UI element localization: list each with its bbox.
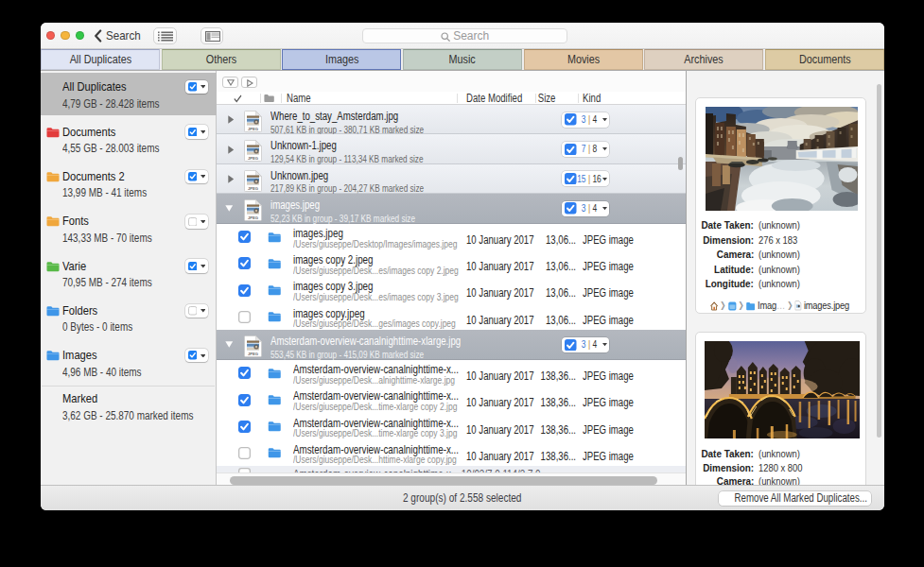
- svg-text:JPEG: JPEG: [248, 156, 258, 161]
- svg-text:JPEG: JPEG: [248, 127, 258, 131]
- svg-text:JPEG: JPEG: [248, 215, 258, 220]
- svg-text:JPEG: JPEG: [248, 352, 258, 356]
- svg-text:JPEG: JPEG: [248, 186, 258, 191]
